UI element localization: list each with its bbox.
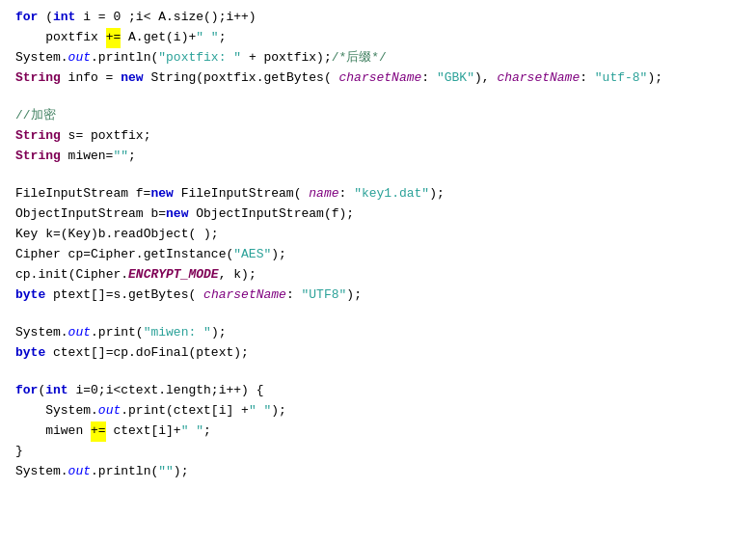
keyword-byte-2: byte <box>15 343 45 364</box>
param-charset2: charsetName <box>497 68 580 89</box>
code-text: (ctext[i] + <box>166 401 249 422</box>
constant-encrypt-mode: ENCRYPT_MODE <box>128 265 219 286</box>
method-getbytes: getBytes <box>263 68 323 89</box>
code-line-20: for ( int i=0;i<ctext. length ;i++) { <box>0 381 756 401</box>
code-text: System. <box>15 323 68 343</box>
code-text: ); <box>647 68 662 89</box>
code-text: ( <box>324 68 339 89</box>
string-utf8: "utf-8" <box>595 68 648 89</box>
code-text: ctext[]=cp. <box>45 343 136 364</box>
code-text: : <box>580 68 595 89</box>
method-init: init <box>38 265 68 286</box>
code-line-7: String s= poxtfix; <box>0 126 756 147</box>
code-text: ), <box>474 68 497 89</box>
code-line-11: ObjectInputStream b= new ObjectInputStre… <box>0 204 756 225</box>
code-text: cp. <box>15 265 38 286</box>
code-line-empty-2 <box>0 167 756 184</box>
code-line-4: String info = new String (poxtfix. getBy… <box>0 68 756 89</box>
code-text: i=0;i<ctext. <box>68 381 166 401</box>
code-text: : <box>286 286 302 306</box>
keyword-for-2: for <box>15 381 38 401</box>
method-getbytes-2: getBytes <box>128 286 188 306</box>
keyword-new-2: new <box>150 184 173 204</box>
code-text: ; <box>219 28 227 48</box>
class-fileinputstream: FileInputStream <box>181 184 294 204</box>
string-empty-2: "" <box>158 462 174 482</box>
type-string-2: String <box>15 126 61 147</box>
code-text: ); <box>429 184 445 204</box>
code-text: Key k=(Key)b. <box>15 225 113 245</box>
code-text: ctext[i]+ <box>106 422 181 442</box>
code-line-23: } <box>0 442 756 462</box>
string-gbk: "GBK" <box>437 68 474 89</box>
method-print-ctext: print <box>128 401 166 422</box>
keyword-new: new <box>121 68 143 89</box>
code-line-10: FileInputStream f= new FileInputStream (… <box>0 184 756 204</box>
code-text: info = <box>61 68 121 89</box>
code-text: A. <box>121 28 143 48</box>
method-print-miwen: print <box>98 323 136 343</box>
type-string-3: String <box>15 147 61 167</box>
code-text: ObjectInputStream b= <box>15 204 166 225</box>
code-line-1: for ( int i = 0 ;i< A. size ();i++) <box>0 8 756 28</box>
keyword-byte: byte <box>15 286 45 306</box>
code-line-empty-4 <box>0 364 756 381</box>
method-get: get <box>144 28 166 48</box>
param-charset1: charsetName <box>339 68 422 89</box>
field-out-2: out <box>68 323 91 343</box>
method-readobject: readObject <box>113 225 188 245</box>
string-space-2: " " <box>249 401 271 422</box>
code-text: , k); <box>219 265 256 286</box>
field-out-4: out <box>68 462 91 482</box>
code-text: . <box>91 48 98 68</box>
code-text: System. <box>15 401 98 422</box>
code-line-8: String miwen= "" ; <box>0 147 756 167</box>
keyword-int: int <box>53 8 75 28</box>
field-out-3: out <box>98 401 121 422</box>
code-line-6: //加密 <box>0 106 756 126</box>
code-text: (f); <box>324 204 354 225</box>
string-miwen-label: "miwen: " <box>144 323 211 343</box>
code-text: ( <box>38 381 45 401</box>
keyword-for: for <box>15 8 38 28</box>
code-line-14: cp. init (Cipher. ENCRYPT_MODE , k); <box>0 265 756 286</box>
field-length: length <box>166 381 211 401</box>
string-space-3: " " <box>181 422 203 442</box>
method-println-2: println <box>98 462 151 482</box>
code-line-15: byte ptext[]=s. getBytes ( charsetName :… <box>0 286 756 306</box>
code-text: ( <box>150 462 158 482</box>
code-line-2: poxtfix += A. get (i)+ " " ; <box>0 28 756 48</box>
keyword-int-2: int <box>45 381 68 401</box>
code-line-17: System. out . print ( "miwen: " ); <box>0 323 756 343</box>
code-line-22: miwen += ctext[i]+ " " ; <box>0 422 756 442</box>
comment-suffix: /*后缀*/ <box>332 48 387 68</box>
code-text: ; <box>128 147 136 167</box>
code-text: i = 0 ;i< A. <box>75 8 173 28</box>
param-name: name <box>309 184 338 204</box>
code-text: : <box>339 184 355 204</box>
code-text: ); <box>174 462 189 482</box>
code-text: . <box>91 323 98 343</box>
type-string: String <box>15 68 61 89</box>
code-text <box>174 184 181 204</box>
code-line-empty-1 <box>0 89 756 106</box>
code-text: } <box>15 442 23 462</box>
code-text: ( <box>188 286 203 306</box>
code-text: ); <box>271 401 286 422</box>
code-text: ;i++) { <box>211 381 264 401</box>
code-text: ( <box>294 184 310 204</box>
keyword-new-3: new <box>166 204 188 225</box>
class-string: String <box>150 68 196 89</box>
code-text: . <box>91 462 98 482</box>
code-line-13: Cipher cp=Cipher. getInstance ( "AES" ); <box>0 245 756 265</box>
code-text: FileInputStream f= <box>15 184 150 204</box>
code-line-24: System. out . println ( "" ); <box>0 462 756 482</box>
code-text: poxtfix <box>15 28 106 48</box>
operator-plus-eq: += <box>106 28 122 48</box>
method-println: println <box>98 48 151 68</box>
code-text: ( ); <box>188 225 218 245</box>
code-line-empty-3 <box>0 306 756 323</box>
code-text: ); <box>271 245 286 265</box>
method-dofinal: doFinal <box>136 343 189 364</box>
field-out: out <box>68 48 91 68</box>
